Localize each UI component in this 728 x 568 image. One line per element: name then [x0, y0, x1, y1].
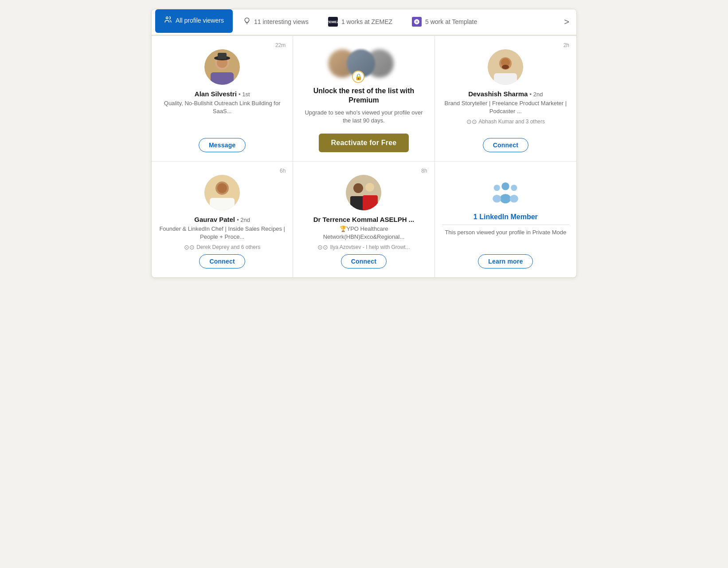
tab-all-viewers[interactable]: All profile viewers	[155, 9, 233, 33]
svg-rect-6	[218, 53, 227, 59]
mutual-icon-gaurav: ⊙⊙	[184, 244, 195, 251]
desc-gaurav: Founder & LinkedIn Chef | Inside Sales R…	[159, 225, 286, 241]
svg-rect-22	[368, 197, 372, 203]
tab-zemez[interactable]: ZEMEZ 1 works at ZEMEZ	[319, 11, 401, 34]
svg-point-11	[502, 65, 509, 69]
timestamp-alan: 22m	[275, 42, 286, 48]
tab-interesting[interactable]: 11 interesting views	[235, 11, 317, 34]
name-terrence: Dr Terrence Kommal ASELPH ...	[313, 216, 415, 223]
timestamp-gaurav: 6h	[280, 168, 286, 174]
svg-point-27	[511, 185, 517, 191]
desc-devashish: Brand Storyteller | Freelance Product Ma…	[442, 99, 569, 115]
profile-viewers-card: All profile viewers 11 interesting views…	[151, 9, 577, 278]
mutual-terrence: ⊙⊙ Ilya Azovtsev - I help with Growt...	[317, 244, 410, 251]
connect-button-devashish[interactable]: Connect	[483, 138, 528, 152]
unlock-desc: Upgrade to see who's viewed your profile…	[300, 109, 427, 125]
degree-gaurav: • 2nd	[237, 217, 250, 223]
tab-interesting-label: 11 interesting views	[254, 18, 309, 25]
viewer-cell-devashish: 2h Devashish Sharma • 2nd Brand Storytel…	[435, 36, 576, 162]
timestamp-terrence: 8h	[421, 168, 427, 174]
timestamp-devashish: 2h	[564, 42, 569, 48]
mutual-icon-devashish: ⊙⊙	[466, 118, 477, 125]
filter-tabs: All profile viewers 11 interesting views…	[152, 9, 576, 36]
desc-alan: Quality, No-Bullshit Outreach Link Build…	[159, 99, 286, 115]
avatar-devashish	[488, 49, 523, 85]
viewer-cell-terrence: 8h Dr Terrence Kommal ASELPH ... 🏆YPO He	[293, 162, 434, 277]
connect-button-terrence[interactable]: Connect	[341, 254, 387, 268]
svg-point-0	[166, 17, 168, 19]
people-icon	[164, 16, 172, 25]
avatar-alan	[204, 49, 240, 85]
svg-rect-14	[210, 198, 235, 210]
zemez-logo: ZEMEZ	[328, 17, 338, 27]
degree-devashish: • 2nd	[530, 91, 543, 98]
svg-point-20	[365, 183, 374, 192]
svg-point-18	[353, 183, 363, 193]
lightbulb-icon	[243, 17, 250, 26]
template-logo	[412, 17, 422, 27]
chevron-right-icon[interactable]: >	[560, 13, 573, 31]
viewer-cell-private: 1 LinkedIn Member This person viewed you…	[435, 162, 576, 277]
tab-template-label: 5 work at Template	[425, 18, 477, 25]
message-button-alan[interactable]: Message	[199, 138, 246, 152]
viewer-cell-unlock: 🔒 Unlock the rest of the list with Premi…	[293, 36, 434, 162]
unlock-title: Unlock the rest of the list with Premium	[300, 87, 427, 105]
lock-badge: 🔒	[352, 71, 364, 83]
degree-alan: • 1st	[239, 91, 250, 98]
svg-rect-3	[211, 72, 234, 85]
desc-terrence: 🏆YPO Healthcare Network(HBN)Exco&Regiona…	[300, 225, 427, 241]
svg-point-26	[493, 195, 501, 203]
name-gaurav: Gaurav Patel • 2nd	[194, 216, 250, 223]
svg-point-24	[500, 194, 511, 203]
tab-all-label: All profile viewers	[176, 17, 224, 24]
mutual-gaurav: ⊙⊙ Derek Deprey and 6 others	[184, 244, 260, 251]
private-member-icon	[489, 179, 521, 206]
learn-more-button[interactable]: Learn more	[478, 254, 533, 268]
tab-template[interactable]: 5 work at Template	[403, 11, 486, 34]
svg-point-15	[217, 183, 227, 193]
private-member-name: 1 LinkedIn Member	[442, 213, 569, 225]
svg-point-25	[494, 185, 500, 191]
name-devashish: Devashish Sharma • 2nd	[468, 90, 543, 98]
name-alan: Alan Silvestri • 1st	[195, 90, 250, 98]
connect-button-gaurav[interactable]: Connect	[199, 254, 245, 268]
svg-point-23	[502, 182, 510, 190]
viewers-grid: 22m Alan Silvestri • 1st Quality, No-Bul…	[152, 36, 576, 277]
mutual-icon-terrence: ⊙⊙	[317, 244, 328, 251]
viewer-cell-alan: 22m Alan Silvestri • 1st Quality, No-Bul…	[152, 36, 293, 162]
tab-zemez-label: 1 works at ZEMEZ	[341, 18, 392, 25]
private-member-desc: This person viewed your profile in Priva…	[445, 229, 566, 237]
mutual-devashish: ⊙⊙ Abhash Kumar and 3 others	[466, 118, 545, 125]
avatar-gaurav	[204, 175, 240, 210]
svg-rect-9	[494, 73, 517, 85]
blurred-avatars: 🔒	[328, 49, 399, 81]
reactivate-button[interactable]: Reactivate for Free	[319, 134, 409, 152]
avatar-terrence	[346, 175, 381, 210]
svg-point-28	[510, 195, 518, 203]
viewer-cell-gaurav: 6h Gaurav Patel • 2nd Founder & LinkedIn…	[152, 162, 293, 277]
